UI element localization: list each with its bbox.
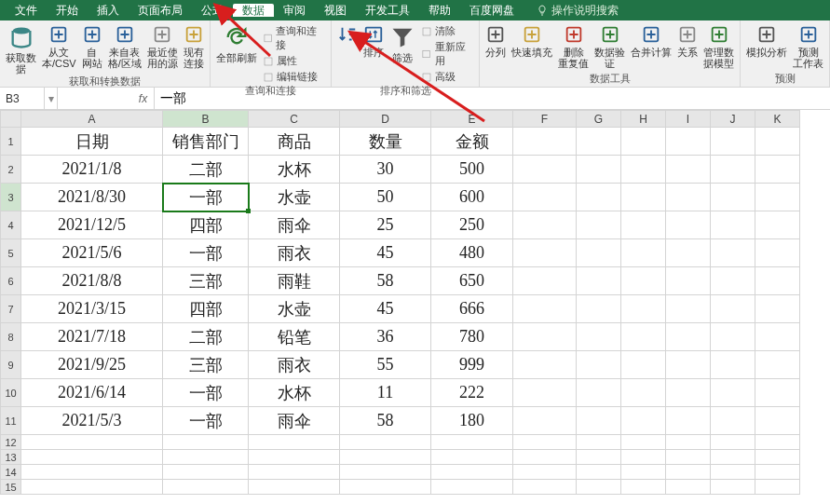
row-head-13[interactable]: 13	[1, 450, 21, 465]
cmd-分列[interactable]: 分列	[485, 24, 506, 58]
cell-B11[interactable]: 一部	[163, 407, 249, 435]
cell-B13[interactable]	[163, 450, 249, 465]
cmd-small-重新应用[interactable]: 重新应用	[421, 40, 473, 68]
cell-F2[interactable]	[513, 156, 577, 184]
cell-H5[interactable]	[621, 239, 666, 267]
col-head-A[interactable]: A	[21, 111, 163, 128]
cell-E8[interactable]: 780	[431, 323, 513, 351]
cell-K7[interactable]	[755, 295, 800, 323]
cell-I13[interactable]	[666, 450, 711, 465]
cell-I15[interactable]	[666, 480, 711, 495]
cmd-来自表
格/区域[interactable]: 来自表格/区域	[108, 24, 142, 69]
cell-I6[interactable]	[666, 267, 711, 295]
name-box[interactable]: B3	[0, 88, 45, 109]
tab-文件[interactable]: 文件	[6, 4, 47, 17]
row-head-9[interactable]: 9	[1, 351, 21, 379]
cmd-全部刷新[interactable]: 全部刷新	[216, 24, 257, 63]
row-head-11[interactable]: 11	[1, 407, 21, 435]
cell-A8[interactable]: 2021/7/18	[21, 323, 163, 351]
cell-A6[interactable]: 2021/8/8	[21, 267, 163, 295]
cell-D11[interactable]: 58	[340, 407, 431, 435]
cmd-small-清除[interactable]: 清除	[421, 24, 473, 38]
cell-A9[interactable]: 2021/9/25	[21, 351, 163, 379]
cell-B14[interactable]	[163, 465, 249, 480]
cmd-快速填充[interactable]: 快速填充	[511, 24, 552, 58]
cell-A12[interactable]	[21, 435, 163, 450]
cell-D2[interactable]: 30	[340, 156, 431, 184]
cell-C13[interactable]	[249, 450, 340, 465]
cell-I7[interactable]	[666, 295, 711, 323]
cell-G11[interactable]	[577, 407, 621, 435]
cell-G14[interactable]	[577, 465, 621, 480]
cell-E1[interactable]: 金额	[431, 128, 513, 156]
col-head-I[interactable]: I	[666, 111, 711, 128]
cell-E2[interactable]: 500	[431, 156, 513, 184]
tab-开发工具[interactable]: 开发工具	[356, 4, 419, 17]
cell-J6[interactable]	[711, 267, 755, 295]
cmd-预测
工作表[interactable]: 预测工作表	[793, 24, 823, 69]
cell-F11[interactable]	[513, 407, 577, 435]
cell-K1[interactable]	[755, 128, 800, 156]
cell-C7[interactable]: 水壶	[249, 295, 340, 323]
cell-A11[interactable]: 2021/5/3	[21, 407, 163, 435]
cell-H6[interactable]	[621, 267, 666, 295]
cell-C8[interactable]: 铅笔	[249, 323, 340, 351]
cmd-sort-asc[interactable]	[337, 24, 358, 47]
cell-C9[interactable]: 雨衣	[249, 351, 340, 379]
cell-J14[interactable]	[711, 465, 755, 480]
cell-G10[interactable]	[577, 379, 621, 407]
cell-H4[interactable]	[621, 211, 666, 239]
col-head-D[interactable]: D	[340, 111, 431, 128]
cell-F8[interactable]	[513, 323, 577, 351]
cell-G7[interactable]	[577, 295, 621, 323]
col-head-J[interactable]: J	[711, 111, 755, 128]
cell-J13[interactable]	[711, 450, 755, 465]
cell-K6[interactable]	[755, 267, 800, 295]
name-box-dropdown[interactable]: ▾	[45, 88, 58, 109]
cell-D14[interactable]	[340, 465, 431, 480]
cell-J4[interactable]	[711, 211, 755, 239]
cell-A5[interactable]: 2021/5/6	[21, 239, 163, 267]
cell-K10[interactable]	[755, 379, 800, 407]
cell-K11[interactable]	[755, 407, 800, 435]
cell-I4[interactable]	[666, 211, 711, 239]
cell-K5[interactable]	[755, 239, 800, 267]
cell-C14[interactable]	[249, 465, 340, 480]
cell-H8[interactable]	[621, 323, 666, 351]
cell-K9[interactable]	[755, 351, 800, 379]
cell-I2[interactable]	[666, 156, 711, 184]
cell-A13[interactable]	[21, 450, 163, 465]
cmd-删除
重复值[interactable]: 删除重复值	[558, 24, 589, 69]
cell-K3[interactable]	[755, 184, 800, 211]
cell-E14[interactable]	[431, 465, 513, 480]
fx-button[interactable]: fx	[132, 88, 155, 109]
cell-F13[interactable]	[513, 450, 577, 465]
tab-数据[interactable]: 数据	[233, 4, 274, 17]
cell-F7[interactable]	[513, 295, 577, 323]
cmd-合并计算[interactable]: 合并计算	[631, 24, 672, 58]
row-head-7[interactable]: 7	[1, 295, 21, 323]
cell-F12[interactable]	[513, 435, 577, 450]
cell-E6[interactable]: 650	[431, 267, 513, 295]
cell-G9[interactable]	[577, 351, 621, 379]
cell-I9[interactable]	[666, 351, 711, 379]
cell-H3[interactable]	[621, 184, 666, 211]
row-head-15[interactable]: 15	[1, 480, 21, 495]
cell-I3[interactable]	[666, 184, 711, 211]
cell-A1[interactable]: 日期	[21, 128, 163, 156]
cell-D4[interactable]: 25	[340, 211, 431, 239]
cell-H9[interactable]	[621, 351, 666, 379]
cell-F5[interactable]	[513, 239, 577, 267]
cell-I5[interactable]	[666, 239, 711, 267]
cell-C2[interactable]: 水杯	[249, 156, 340, 184]
cell-C1[interactable]: 商品	[249, 128, 340, 156]
cell-K13[interactable]	[755, 450, 800, 465]
cmd-管理数
据模型[interactable]: 管理数据模型	[703, 24, 734, 69]
cell-F9[interactable]	[513, 351, 577, 379]
row-head-3[interactable]: 3	[1, 184, 21, 211]
cell-K4[interactable]	[755, 211, 800, 239]
cmd-small-查询和连接[interactable]: 查询和连接	[263, 24, 325, 52]
cell-J3[interactable]	[711, 184, 755, 211]
cell-H1[interactable]	[621, 128, 666, 156]
tab-开始[interactable]: 开始	[47, 4, 88, 17]
